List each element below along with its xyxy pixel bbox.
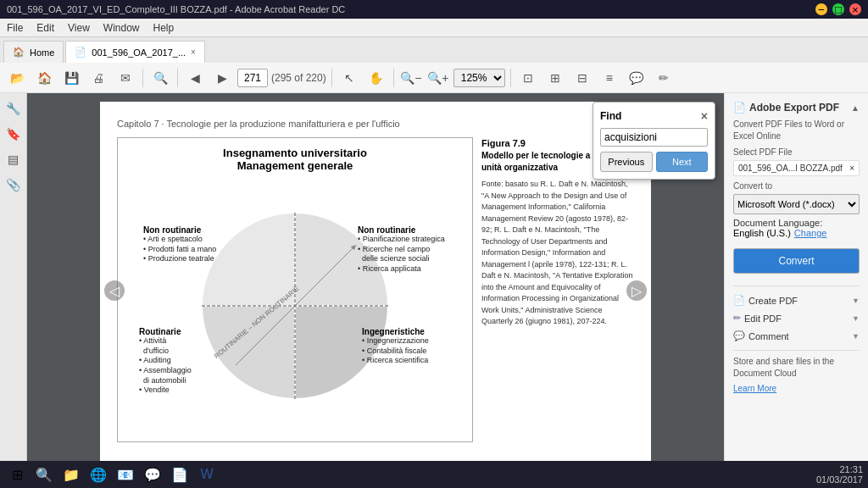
comment-chevron: ▼ — [852, 332, 860, 341]
page-breadcrumb: Capitolo 7 · Tecnologie per la produzion… — [117, 119, 634, 129]
toolbar: 📂 🏠 💾 🖨 ✉ 🔍 ◀ ▶ (295 of 220) ↖ ✋ 🔍− 🔍+ 1… — [0, 63, 868, 93]
export-pdf-chevron[interactable]: ▲ — [851, 103, 860, 113]
window-title: 001_596_OA_2017_VI_ED_Completo_III BOZZA… — [7, 4, 345, 14]
fit-width-button[interactable]: ⊞ — [543, 66, 567, 90]
sector-ingegneristiche: Ingegneristiche • Ingegnerizzazione• Con… — [362, 327, 459, 366]
tab-pdf-label: 001_596_OA_2017_... — [92, 47, 186, 58]
taskbar-app1[interactable]: 📧 — [114, 463, 137, 486]
search-button[interactable]: 🔍 — [148, 66, 172, 90]
learn-more-link[interactable]: Learn More — [733, 384, 776, 393]
separator-5 — [510, 69, 511, 87]
taskbar-files[interactable]: 📁 — [59, 463, 83, 486]
selected-file-row: 001_596_OA...I BOZZA.pdf × — [733, 160, 860, 176]
home-icon: 🏠 — [13, 47, 25, 58]
figure-box: Insegnamento universitario Management ge… — [117, 137, 473, 442]
home-tool-button[interactable]: 🏠 — [32, 66, 56, 90]
tab-close-icon[interactable]: × — [191, 47, 196, 57]
sidebar-bookmark-icon[interactable]: 🔖 — [3, 124, 24, 144]
pdf-page: Capitolo 7 · Tecnologie per la produzion… — [100, 102, 651, 480]
sidebar-tools-icon[interactable]: 🔧 — [3, 98, 24, 119]
cursor-tool-button[interactable]: ↖ — [337, 66, 361, 90]
page-next-arrow[interactable]: ▷ — [626, 280, 647, 301]
prev-page-button[interactable]: ◀ — [183, 66, 207, 90]
zoom-out-button[interactable]: 🔍− — [399, 66, 423, 90]
sector-artigianali-items: • Arti e spettacolo• Prodotti fatti a ma… — [143, 235, 228, 264]
page-navigation: (295 of 220) — [237, 69, 326, 87]
comment-item[interactable]: 💬 Comment ▼ — [733, 327, 860, 345]
two-page-button[interactable]: ⊟ — [570, 66, 594, 90]
comment-tool-button[interactable]: 💬 — [625, 66, 648, 90]
find-buttons: Previous Next — [600, 152, 708, 172]
figure-title-line2: Management generale — [237, 159, 353, 172]
comment-label: Comment — [748, 331, 789, 341]
menu-file[interactable]: File — [7, 22, 23, 34]
menu-bar: File Edit View Window Help — [0, 19, 868, 37]
save-button[interactable]: 💾 — [59, 66, 83, 90]
taskbar-word[interactable]: W — [195, 463, 219, 486]
find-previous-button[interactable]: Previous — [600, 152, 653, 172]
sector-artigianali-name: Non routinarie — [143, 225, 228, 235]
print-button[interactable]: 🖨 — [86, 66, 110, 90]
hand-tool-button[interactable]: ✋ — [364, 66, 388, 90]
lang-value: English (U.S.) — [733, 228, 791, 238]
taskbar-app2[interactable]: 💬 — [141, 463, 164, 486]
taskbar-pdf[interactable]: 📄 — [168, 463, 192, 486]
taskbar-search[interactable]: 🔍 — [32, 463, 56, 486]
minimize-button[interactable]: − — [815, 3, 827, 15]
pie-chart-container: Non routinarie • Arti e spettacolo• Prod… — [126, 179, 464, 433]
export-pdf-icon: 📄 — [733, 102, 746, 114]
scroll-button[interactable]: ≡ — [598, 66, 621, 90]
export-pdf-header[interactable]: 📄 Adobe Export PDF ▲ — [733, 102, 860, 114]
email-button[interactable]: ✉ — [114, 66, 137, 90]
tab-home-label: Home — [30, 47, 54, 58]
file-remove-icon[interactable]: × — [849, 164, 854, 173]
sidebar-attachment-icon[interactable]: 📎 — [3, 175, 24, 195]
title-bar: 001_596_OA_2017_VI_ED_Completo_III BOZZA… — [0, 0, 868, 19]
tab-pdf[interactable]: 📄 001_596_OA_2017_... × — [65, 41, 205, 63]
main-area: 🔧 🔖 ▤ 📎 Find × Previous Next Capitolo 7 … — [0, 93, 868, 488]
zoom-select[interactable]: 125% 100% 150% — [453, 69, 505, 87]
language-value-row: English (U.S.) Change — [733, 228, 860, 238]
start-button[interactable]: ⊞ — [5, 463, 29, 486]
menu-window[interactable]: Window — [103, 22, 140, 34]
edit-pdf-item[interactable]: ✏ Edit PDF ▼ — [733, 309, 860, 327]
cloud-store-text: Store and share files in the Document Cl… — [733, 356, 860, 380]
export-pdf-label: Adobe Export PDF — [749, 102, 839, 114]
page-prev-arrow[interactable]: ◁ — [104, 280, 125, 301]
next-page-button[interactable]: ▶ — [210, 66, 234, 90]
pen-tool-button[interactable]: ✏ — [652, 66, 676, 90]
close-button[interactable]: × — [849, 3, 861, 15]
sector-artigianali: Non routinarie • Arti e spettacolo• Prod… — [143, 225, 228, 264]
figure-description: Figura 7.9 Modello per le tecnologie a l… — [481, 137, 634, 442]
menu-help[interactable]: Help — [153, 22, 175, 34]
zoom-in-button[interactable]: 🔍+ — [426, 66, 450, 90]
left-sidebar: 🔧 🔖 ▤ 📎 — [0, 93, 27, 488]
find-close-button[interactable]: × — [701, 109, 708, 123]
taskbar-time-display: 21:31 — [816, 464, 863, 474]
convert-button[interactable]: Convert — [733, 248, 860, 274]
convert-format-select[interactable]: Microsoft Word (*.docx) — [733, 194, 860, 214]
find-title-label: Find — [600, 110, 621, 122]
menu-edit[interactable]: Edit — [36, 22, 54, 34]
create-pdf-item[interactable]: 📄 Create PDF ▼ — [733, 291, 860, 309]
change-language-link[interactable]: Change — [794, 228, 827, 238]
lang-label: Document Language: — [733, 218, 822, 228]
create-pdf-chevron: ▼ — [852, 297, 860, 305]
edit-pdf-chevron: ▼ — [852, 314, 860, 323]
page-total: (295 of 220) — [271, 72, 326, 84]
open-button[interactable]: 📂 — [5, 66, 29, 90]
convert-to-label: Convert to — [733, 181, 860, 191]
find-input[interactable] — [600, 128, 708, 147]
find-next-button[interactable]: Next — [656, 152, 709, 172]
find-title-row: Find × — [600, 109, 708, 123]
maximize-button[interactable]: □ — [832, 3, 844, 15]
menu-view[interactable]: View — [68, 22, 90, 34]
fit-page-button[interactable]: ⊡ — [516, 66, 540, 90]
taskbar-browser[interactable]: 🌐 — [86, 463, 110, 486]
pdf-content-area: Find × Previous Next Capitolo 7 · Tecnol… — [27, 93, 724, 488]
page-number-input[interactable] — [237, 69, 268, 87]
figure-title-line1: Insegnamento universitario — [223, 147, 367, 159]
sidebar-layers-icon[interactable]: ▤ — [3, 149, 24, 169]
tab-home[interactable]: 🏠 Home — [3, 41, 64, 63]
right-panel: 📄 Adobe Export PDF ▲ Convert PDF Files t… — [724, 93, 868, 488]
